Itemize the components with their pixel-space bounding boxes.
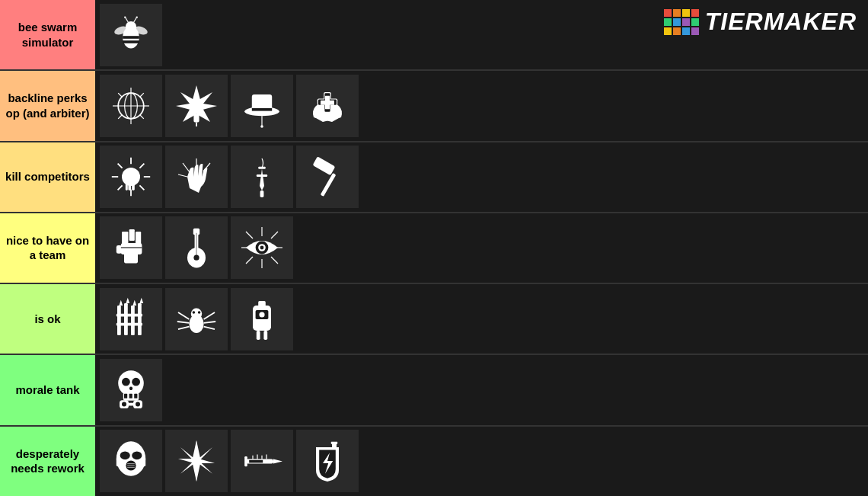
gas-mask-icon: [108, 438, 154, 484]
tier-label-bee: bee swarm simulator: [0, 0, 95, 69]
medic-icon: [305, 83, 350, 129]
svg-rect-111: [129, 394, 132, 398]
svg-line-48: [183, 163, 190, 172]
main-container: TiERMAKER bee swarm simulator: [0, 0, 868, 496]
fuel-can-icon: [305, 438, 350, 484]
svg-point-117: [136, 402, 140, 407]
tier-row-desperately: desperately needs rework: [0, 427, 868, 496]
svg-line-74: [271, 232, 278, 238]
svg-point-91: [191, 308, 202, 318]
svg-point-105: [259, 312, 264, 317]
tier-item-claw-hand: [165, 146, 228, 208]
tier-item-bee: [100, 4, 162, 66]
svg-rect-85: [116, 323, 142, 326]
skull-binoculars-icon: [108, 367, 154, 413]
svg-rect-81: [124, 303, 128, 335]
svg-rect-56: [312, 156, 335, 175]
tier-label-ok: is ok: [0, 284, 95, 354]
svg-rect-82: [131, 306, 135, 335]
svg-line-75: [246, 257, 253, 264]
svg-rect-2: [123, 40, 139, 43]
svg-line-8: [134, 18, 137, 22]
svg-rect-60: [121, 243, 142, 254]
svg-point-120: [132, 451, 142, 460]
tier-table: bee swarm simulator: [0, 0, 868, 496]
svg-line-51: [178, 174, 187, 177]
svg-line-21: [140, 115, 144, 119]
tier-item-robot-hand: [100, 216, 162, 279]
svg-rect-53: [257, 174, 267, 177]
tier-item-eye: [231, 216, 293, 279]
svg-rect-58: [129, 229, 135, 241]
svg-rect-115: [128, 403, 133, 406]
svg-line-20: [118, 115, 122, 119]
svg-line-41: [118, 164, 123, 168]
svg-rect-84: [116, 314, 142, 317]
svg-line-76: [271, 257, 278, 264]
svg-rect-110: [124, 394, 127, 398]
tier-content-kill: [95, 142, 868, 212]
svg-rect-62: [124, 254, 138, 264]
tier-label-desperately: desperately needs rework: [0, 427, 95, 496]
svg-rect-127: [142, 458, 145, 467]
svg-rect-1: [123, 36, 139, 39]
svg-line-73: [246, 232, 253, 238]
svg-rect-61: [116, 245, 122, 254]
svg-line-43: [139, 164, 144, 168]
svg-line-96: [178, 326, 189, 329]
svg-line-98: [204, 322, 216, 323]
svg-rect-101: [257, 331, 260, 340]
svg-rect-126: [116, 458, 120, 467]
svg-rect-46: [132, 181, 135, 190]
tier-row-nice: nice to have on a team: [0, 213, 868, 284]
gun-stand-icon: [239, 438, 285, 484]
svg-line-99: [204, 326, 215, 329]
logo-grid-icon: [664, 9, 699, 35]
svg-rect-112: [134, 394, 137, 398]
svg-line-19: [140, 93, 144, 97]
tiermaker-logo: TiERMAKER: [664, 8, 857, 36]
svg-point-93: [198, 311, 201, 314]
tier-item-fence: [100, 288, 162, 350]
tier-item-explosion: [165, 75, 228, 137]
guitar-icon: [174, 225, 219, 270]
svg-rect-103: [258, 301, 266, 306]
svg-rect-23: [193, 114, 199, 123]
svg-line-42: [139, 186, 144, 190]
pendant-icon: [239, 154, 285, 200]
tier-item-backpack: [231, 288, 293, 350]
svg-rect-55: [321, 173, 337, 197]
svg-point-29: [260, 125, 263, 128]
svg-rect-47: [126, 182, 128, 190]
svg-point-92: [193, 311, 196, 314]
claw-hand-icon: [174, 154, 219, 200]
svg-marker-89: [139, 298, 143, 303]
svg-line-44: [118, 186, 123, 190]
svg-point-5: [126, 21, 136, 32]
tier-item-cowboy: [231, 75, 293, 137]
svg-point-79: [260, 246, 264, 250]
svg-rect-52: [258, 167, 266, 169]
tier-row-morale: morale tank: [0, 355, 868, 426]
svg-line-95: [177, 322, 190, 323]
tier-label-morale: morale tank: [0, 355, 95, 424]
svg-marker-129: [180, 440, 212, 482]
tier-content-backline: [95, 71, 868, 140]
tiermaker-logo-text: TiERMAKER: [705, 8, 857, 36]
svg-rect-59: [136, 232, 141, 245]
tier-content-nice: [95, 213, 868, 283]
tier-item-spider: [165, 288, 228, 350]
tier-row-kill: kill competitors: [0, 142, 868, 213]
spider-icon: [174, 296, 219, 342]
svg-rect-133: [249, 460, 263, 463]
svg-point-119: [120, 451, 130, 460]
svg-point-9: [136, 16, 138, 18]
tier-label-kill: kill competitors: [0, 142, 95, 212]
tier-item-guitar: [165, 216, 228, 279]
bee-icon: [108, 12, 154, 58]
cowboy-icon: [239, 83, 285, 129]
svg-point-109: [132, 378, 140, 386]
svg-marker-88: [132, 300, 136, 306]
svg-marker-131: [273, 459, 282, 464]
tier-item-globe: [100, 75, 162, 137]
